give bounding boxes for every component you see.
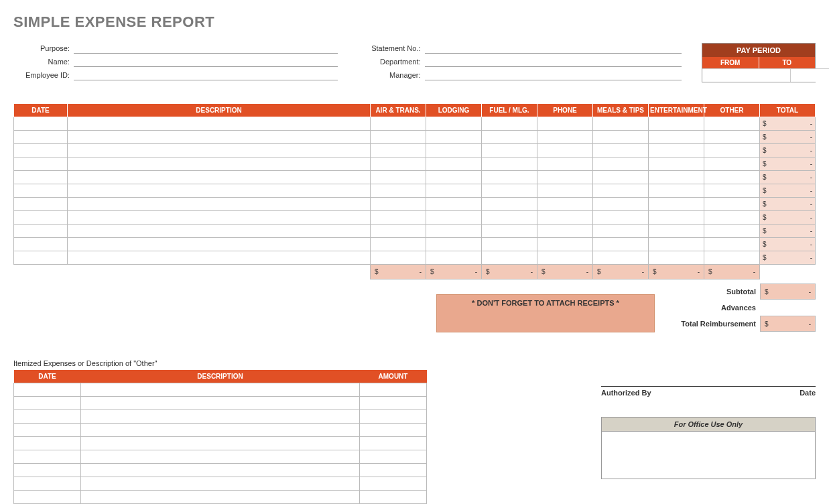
cell[interactable] xyxy=(482,251,537,265)
employee-id-input[interactable] xyxy=(74,70,338,80)
cell[interactable] xyxy=(360,477,427,491)
cell[interactable] xyxy=(537,171,593,184)
cell[interactable] xyxy=(14,144,68,158)
cell[interactable] xyxy=(482,171,537,184)
cell[interactable] xyxy=(482,158,537,171)
cell[interactable] xyxy=(537,117,593,131)
cell[interactable] xyxy=(14,171,68,184)
cell[interactable] xyxy=(371,158,426,171)
cell[interactable] xyxy=(14,198,68,211)
cell[interactable] xyxy=(371,251,426,265)
cell[interactable] xyxy=(649,144,704,158)
cell[interactable] xyxy=(537,131,593,144)
cell[interactable] xyxy=(68,198,371,211)
cell[interactable] xyxy=(593,184,649,198)
cell[interactable] xyxy=(14,397,81,410)
pay-period-to-input[interactable] xyxy=(791,68,829,82)
cell[interactable] xyxy=(426,117,482,131)
cell[interactable] xyxy=(704,251,760,265)
cell[interactable] xyxy=(704,117,760,131)
cell[interactable] xyxy=(482,184,537,198)
cell[interactable] xyxy=(371,117,426,131)
cell[interactable] xyxy=(593,251,649,265)
cell[interactable] xyxy=(649,198,704,211)
cell[interactable] xyxy=(537,144,593,158)
cell[interactable] xyxy=(81,477,360,491)
cell[interactable] xyxy=(14,117,68,131)
cell[interactable] xyxy=(371,238,426,251)
cell[interactable] xyxy=(14,158,68,171)
cell[interactable] xyxy=(81,397,360,410)
cell[interactable] xyxy=(14,491,81,504)
cell[interactable] xyxy=(593,225,649,238)
manager-input[interactable] xyxy=(425,70,682,80)
cell[interactable] xyxy=(360,383,427,397)
cell[interactable] xyxy=(68,144,371,158)
cell[interactable] xyxy=(68,238,371,251)
cell[interactable] xyxy=(81,437,360,450)
cell[interactable] xyxy=(14,184,68,198)
cell[interactable] xyxy=(593,158,649,171)
cell[interactable] xyxy=(14,251,68,265)
cell[interactable] xyxy=(482,144,537,158)
cell[interactable] xyxy=(371,211,426,225)
cell[interactable] xyxy=(593,171,649,184)
cell[interactable] xyxy=(426,171,482,184)
cell[interactable] xyxy=(81,410,360,424)
cell[interactable] xyxy=(537,158,593,171)
cell[interactable] xyxy=(426,225,482,238)
cell[interactable] xyxy=(360,410,427,424)
cell[interactable] xyxy=(68,131,371,144)
cell[interactable] xyxy=(81,491,360,504)
cell[interactable] xyxy=(482,225,537,238)
cell[interactable] xyxy=(371,198,426,211)
cell[interactable] xyxy=(14,464,81,477)
cell[interactable] xyxy=(649,171,704,184)
office-use-body[interactable] xyxy=(602,432,815,479)
cell[interactable] xyxy=(360,464,427,477)
cell[interactable] xyxy=(593,117,649,131)
cell[interactable] xyxy=(371,184,426,198)
cell[interactable] xyxy=(704,211,760,225)
cell[interactable] xyxy=(649,211,704,225)
statement-no-input[interactable] xyxy=(425,43,682,54)
cell[interactable] xyxy=(14,477,81,491)
cell[interactable] xyxy=(14,410,81,424)
cell[interactable] xyxy=(649,251,704,265)
cell[interactable] xyxy=(360,437,427,450)
cell[interactable] xyxy=(14,225,68,238)
cell[interactable] xyxy=(593,238,649,251)
cell[interactable] xyxy=(426,131,482,144)
cell[interactable] xyxy=(649,117,704,131)
cell[interactable] xyxy=(537,184,593,198)
cell[interactable] xyxy=(482,198,537,211)
cell[interactable] xyxy=(649,184,704,198)
cell[interactable] xyxy=(81,424,360,437)
cell[interactable] xyxy=(14,437,81,450)
cell[interactable] xyxy=(537,211,593,225)
cell[interactable] xyxy=(482,211,537,225)
cell[interactable] xyxy=(704,131,760,144)
cell[interactable] xyxy=(426,238,482,251)
cell[interactable] xyxy=(68,117,371,131)
cell[interactable] xyxy=(371,225,426,238)
cell[interactable] xyxy=(537,225,593,238)
cell[interactable] xyxy=(482,238,537,251)
cell[interactable] xyxy=(371,144,426,158)
cell[interactable] xyxy=(482,117,537,131)
cell[interactable] xyxy=(426,251,482,265)
cell[interactable] xyxy=(649,225,704,238)
pay-period-from-input[interactable] xyxy=(702,68,791,82)
department-input[interactable] xyxy=(425,56,682,67)
advances-value[interactable] xyxy=(760,300,816,316)
cell[interactable] xyxy=(593,198,649,211)
cell[interactable] xyxy=(704,171,760,184)
cell[interactable] xyxy=(704,158,760,171)
cell[interactable] xyxy=(14,383,81,397)
cell[interactable] xyxy=(537,238,593,251)
cell[interactable] xyxy=(426,184,482,198)
cell[interactable] xyxy=(360,450,427,464)
cell[interactable] xyxy=(68,251,371,265)
cell[interactable] xyxy=(14,424,81,437)
cell[interactable] xyxy=(68,225,371,238)
